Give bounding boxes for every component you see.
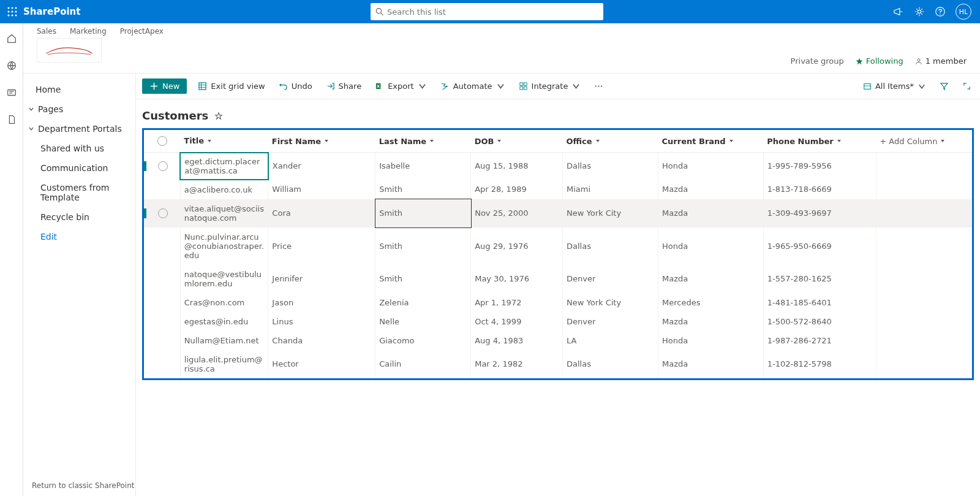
user-avatar[interactable]: HL	[956, 4, 971, 20]
nav-recycle-bin[interactable]: Recycle bin	[23, 207, 135, 227]
cell-lastname[interactable]: Smith	[375, 180, 471, 199]
cell-empty[interactable]	[876, 265, 971, 293]
cell-empty[interactable]	[876, 227, 971, 265]
select-all-header[interactable]	[144, 130, 180, 153]
add-column-button[interactable]: + Add Column	[876, 130, 971, 153]
cell-title[interactable]: Nunc.pulvinar.arcu@conubianostraper.edu	[180, 227, 268, 265]
cell-phone[interactable]: 1-995-789-5956	[763, 153, 876, 180]
cell-empty[interactable]	[876, 331, 971, 350]
cell-brand[interactable]: Mazda	[658, 265, 764, 293]
cell-office[interactable]: Miami	[563, 180, 658, 199]
cell-firstname[interactable]: Hector	[268, 350, 375, 378]
cell-dob[interactable]: Aug 4, 1983	[471, 331, 563, 350]
row-select-cell[interactable]	[144, 293, 180, 312]
cell-dob[interactable]: Aug 29, 1976	[471, 227, 563, 265]
settings-icon[interactable]	[914, 6, 925, 17]
cell-phone[interactable]: 1-965-950-6669	[763, 227, 876, 265]
cell-phone[interactable]: 1-813-718-6669	[763, 180, 876, 199]
row-select-cell[interactable]	[144, 312, 180, 331]
nav-customers-template[interactable]: Customers from Template	[23, 178, 135, 207]
cell-office[interactable]: Denver	[563, 312, 658, 331]
row-select-cell[interactable]	[144, 180, 180, 199]
cell-empty[interactable]	[876, 199, 971, 227]
site-logo[interactable]	[37, 38, 102, 63]
export-button[interactable]: X Export	[372, 80, 429, 92]
cell-phone[interactable]: 1-557-280-1625	[763, 265, 876, 293]
cell-lastname[interactable]: Cailin	[375, 350, 471, 378]
cell-dob[interactable]: Aug 15, 1988	[471, 153, 563, 180]
cell-firstname[interactable]: Xander	[268, 153, 375, 180]
cell-title[interactable]: a@aclibero.co.uk	[180, 180, 268, 199]
hub-link-sales[interactable]: Sales	[37, 27, 56, 36]
col-firstname[interactable]: First Name	[268, 130, 375, 153]
app-launcher-icon[interactable]	[2, 0, 22, 23]
cell-office[interactable]: Dallas	[563, 153, 658, 180]
cell-title[interactable]: vitae.aliquet@sociisnatoque.com	[180, 199, 268, 227]
cell-office[interactable]: New York City	[563, 199, 658, 227]
cell-dob[interactable]: Oct 4, 1999	[471, 312, 563, 331]
row-select-cell[interactable]	[144, 199, 180, 227]
cell-lastname[interactable]: Smith	[375, 227, 471, 265]
hub-link-projectapex[interactable]: ProjectApex	[120, 27, 164, 36]
return-classic-link[interactable]: Return to classic SharePoint	[32, 481, 134, 490]
table-row[interactable]: eget.dictum.placerat@mattis.caXanderIsab…	[144, 153, 972, 180]
exit-grid-button[interactable]: Exit grid view	[195, 80, 267, 92]
cell-phone[interactable]: 1-309-493-9697	[763, 199, 876, 227]
cell-brand[interactable]: Honda	[658, 331, 764, 350]
col-office[interactable]: Office	[563, 130, 658, 153]
row-select-cell[interactable]	[144, 153, 180, 180]
cell-dob[interactable]: May 30, 1976	[471, 265, 563, 293]
view-selector[interactable]: All Items*	[861, 80, 929, 92]
row-select-cell[interactable]	[144, 350, 180, 378]
favorite-star-icon[interactable]	[214, 112, 223, 120]
col-brand[interactable]: Current Brand	[658, 130, 764, 153]
cell-firstname[interactable]: Jennifer	[268, 265, 375, 293]
cell-office[interactable]: Dallas	[563, 350, 658, 378]
cell-title[interactable]: egestas@in.edu	[180, 312, 268, 331]
cell-lastname[interactable]: Zelenia	[375, 293, 471, 312]
cell-office[interactable]: Dallas	[563, 227, 658, 265]
cell-empty[interactable]	[876, 350, 971, 378]
globe-icon[interactable]	[6, 60, 17, 71]
expand-button[interactable]	[960, 80, 974, 92]
row-select-cell[interactable]	[144, 265, 180, 293]
cell-dob[interactable]: Apr 28, 1989	[471, 180, 563, 199]
follow-button[interactable]: Following	[855, 56, 903, 66]
cell-firstname[interactable]: Price	[268, 227, 375, 265]
cell-office[interactable]: LA	[563, 331, 658, 350]
table-row[interactable]: a@aclibero.co.ukWilliamSmithApr 28, 1989…	[144, 180, 972, 199]
cell-firstname[interactable]: Jason	[268, 293, 375, 312]
cell-title[interactable]: Cras@non.com	[180, 293, 268, 312]
nav-shared[interactable]: Shared with us	[23, 139, 135, 158]
cell-lastname[interactable]: Giacomo	[375, 331, 471, 350]
nav-pages[interactable]: Pages	[23, 99, 135, 119]
table-row[interactable]: Nunc.pulvinar.arcu@conubianostraper.eduP…	[144, 227, 972, 265]
search-box[interactable]	[371, 3, 603, 20]
cell-firstname[interactable]: Cora	[268, 199, 375, 227]
col-dob[interactable]: DOB	[471, 130, 563, 153]
cell-brand[interactable]: Mazda	[658, 180, 764, 199]
cell-empty[interactable]	[876, 153, 971, 180]
cell-title[interactable]: Nullam@Etiam.net	[180, 331, 268, 350]
members-button[interactable]: 1 member	[914, 56, 967, 66]
cell-brand[interactable]: Honda	[658, 227, 764, 265]
cell-dob[interactable]: Mar 2, 1982	[471, 350, 563, 378]
cell-phone[interactable]: 1-102-812-5798	[763, 350, 876, 378]
search-input[interactable]	[387, 7, 598, 17]
col-phone[interactable]: Phone Number	[763, 130, 876, 153]
filter-button[interactable]	[937, 80, 951, 92]
automate-button[interactable]: Automate	[438, 80, 508, 92]
cell-phone[interactable]: 1-500-572-8640	[763, 312, 876, 331]
files-icon[interactable]	[6, 114, 17, 125]
nav-dept-portals[interactable]: Department Portals	[23, 119, 135, 139]
cell-firstname[interactable]: Chanda	[268, 331, 375, 350]
nav-communication[interactable]: Communication	[23, 158, 135, 178]
table-row[interactable]: Nullam@Etiam.netChandaGiacomoAug 4, 1983…	[144, 331, 972, 350]
cell-lastname[interactable]: Smith	[375, 199, 471, 227]
cell-firstname[interactable]: Linus	[268, 312, 375, 331]
cell-empty[interactable]	[876, 180, 971, 199]
cell-lastname[interactable]: Smith	[375, 265, 471, 293]
cell-lastname[interactable]: Nelle	[375, 312, 471, 331]
megaphone-icon[interactable]	[893, 6, 904, 17]
cell-empty[interactable]	[876, 293, 971, 312]
